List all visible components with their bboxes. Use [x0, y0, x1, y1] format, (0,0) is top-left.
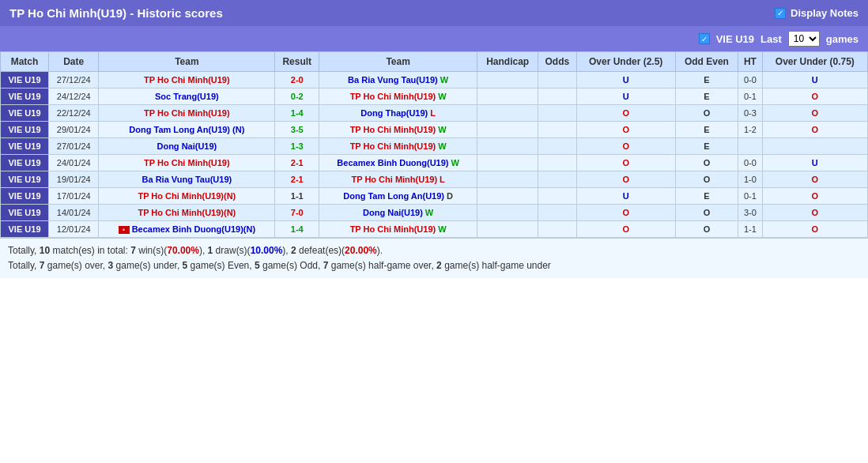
odd-even-cell: O: [675, 155, 738, 171]
match-cell: VIE U19: [1, 138, 49, 155]
over-under-cell: O: [576, 155, 675, 171]
over-under-cell: O: [576, 221, 675, 238]
over-under-cell: U: [576, 72, 675, 88]
odd-even-cell: O: [675, 221, 738, 238]
result-cell: 1-3: [275, 138, 319, 155]
date-cell: 12/01/24: [49, 221, 99, 238]
result-cell: 7-0: [275, 205, 319, 221]
handicap-cell: [477, 221, 538, 238]
ht-over-under-cell: O: [762, 221, 867, 238]
team1-cell: TP Ho Chi Minh(U19)(N): [99, 188, 275, 205]
team2-cell: Dong Thap(U19) L: [319, 105, 477, 122]
team1-cell: TP Ho Chi Minh(U19): [99, 72, 275, 88]
col-handicap: Handicap: [477, 52, 538, 72]
team1-cell: TP Ho Chi Minh(U19): [99, 155, 275, 171]
ht-over-under-cell: U: [762, 72, 867, 88]
handicap-cell: [477, 122, 538, 138]
odd-even-cell: E: [675, 188, 738, 205]
handicap-cell: [477, 138, 538, 155]
ht-over-under-cell: O: [762, 205, 867, 221]
table-row: VIE U1924/12/24Soc Trang(U19)0-2TP Ho Ch…: [1, 88, 868, 105]
games-select[interactable]: 5 10 15 20 All: [788, 31, 820, 47]
team2-cell: TP Ho Chi Minh(U19) W: [319, 138, 477, 155]
over-under-cell: O: [576, 122, 675, 138]
result-cell: 0-2: [275, 88, 319, 105]
ht-cell: 0-0: [738, 72, 763, 88]
odd-even-cell: O: [675, 171, 738, 188]
date-cell: 27/01/24: [49, 138, 99, 155]
match-cell: VIE U19: [1, 72, 49, 88]
odd-even-cell: O: [675, 105, 738, 122]
match-cell: VIE U19: [1, 105, 49, 122]
table-header-row: Match Date Team Result Team Handicap Odd…: [1, 52, 868, 72]
ht-over-under-cell: O: [762, 188, 867, 205]
match-cell: VIE U19: [1, 88, 49, 105]
date-cell: 22/12/24: [49, 105, 99, 122]
ht-cell: 0-1: [738, 88, 763, 105]
team2-cell: TP Ho Chi Minh(U19) W: [319, 88, 477, 105]
team1-cell: Ba Ria Vung Tau(U19): [99, 171, 275, 188]
ht-cell: 0-0: [738, 155, 763, 171]
result-cell: 1-4: [275, 105, 319, 122]
ht-over-under-cell: O: [762, 171, 867, 188]
date-cell: 19/01/24: [49, 171, 99, 188]
over-under-cell: O: [576, 205, 675, 221]
table-row: VIE U1917/01/24TP Ho Chi Minh(U19)(N)1-1…: [1, 188, 868, 205]
date-cell: 14/01/24: [49, 205, 99, 221]
handicap-cell: [477, 171, 538, 188]
odd-even-cell: O: [675, 205, 738, 221]
handicap-cell: [477, 105, 538, 122]
team2-cell: Becamex Binh Duong(U19) W: [319, 155, 477, 171]
ht-over-under-cell: O: [762, 105, 867, 122]
summary-line1: Totally, 10 match(es) in total: 7 win(s)…: [8, 243, 860, 258]
match-cell: VIE U19: [1, 205, 49, 221]
ht-over-under-cell: O: [762, 88, 867, 105]
odds-cell: [538, 188, 576, 205]
odds-cell: [538, 205, 576, 221]
date-cell: 24/01/24: [49, 155, 99, 171]
team1-cell: ▪Becamex Binh Duong(U19)(N): [99, 221, 275, 238]
team2-cell: TP Ho Chi Minh(U19) W: [319, 221, 477, 238]
team2-cell: Dong Nai(U19) W: [319, 205, 477, 221]
table-row: VIE U1919/01/24Ba Ria Vung Tau(U19)2-1TP…: [1, 171, 868, 188]
team1-cell: TP Ho Chi Minh(U19): [99, 105, 275, 122]
table-row: VIE U1922/12/24TP Ho Chi Minh(U19)1-4Don…: [1, 105, 868, 122]
team1-cell: Dong Tam Long An(U19) (N): [99, 122, 275, 138]
ht-cell: 0-3: [738, 105, 763, 122]
ht-over-under-cell: U: [762, 155, 867, 171]
result-cell: 1-1: [275, 188, 319, 205]
ht-cell: 1-1: [738, 221, 763, 238]
odd-even-cell: E: [675, 72, 738, 88]
header-right: ✓ Display Notes: [775, 7, 859, 19]
filter-checkbox[interactable]: ✓: [699, 33, 710, 44]
filter-bar: ✓ VIE U19 Last 5 10 15 20 All games: [0, 26, 868, 51]
over-under-cell: O: [576, 105, 675, 122]
display-notes-label: Display Notes: [791, 7, 859, 19]
col-match: Match: [1, 52, 49, 72]
odds-cell: [538, 171, 576, 188]
table-row: VIE U1927/12/24TP Ho Chi Minh(U19)2-0Ba …: [1, 72, 868, 88]
odds-cell: [538, 105, 576, 122]
table-row: VIE U1912/01/24▪Becamex Binh Duong(U19)(…: [1, 221, 868, 238]
games-label: games: [826, 33, 859, 45]
result-cell: 3-5: [275, 122, 319, 138]
header: TP Ho Chi Minh(U19) - Historic scores ✓ …: [0, 0, 868, 26]
team2-cell: TP Ho Chi Minh(U19) W: [319, 122, 477, 138]
ht-cell: 0-1: [738, 188, 763, 205]
ht-over-under-cell: [762, 138, 867, 155]
match-cell: VIE U19: [1, 155, 49, 171]
ht-cell: 1-0: [738, 171, 763, 188]
ht-cell: [738, 138, 763, 155]
odds-cell: [538, 122, 576, 138]
ht-over-under-cell: O: [762, 122, 867, 138]
handicap-cell: [477, 205, 538, 221]
over-under-cell: O: [576, 171, 675, 188]
col-team1: Team: [99, 52, 275, 72]
matches-table: Match Date Team Result Team Handicap Odd…: [0, 51, 868, 238]
col-result: Result: [275, 52, 319, 72]
team1-cell: Soc Trang(U19): [99, 88, 275, 105]
col-date: Date: [49, 52, 99, 72]
odds-cell: [538, 155, 576, 171]
display-notes-checkbox[interactable]: ✓: [775, 8, 786, 19]
handicap-cell: [477, 188, 538, 205]
